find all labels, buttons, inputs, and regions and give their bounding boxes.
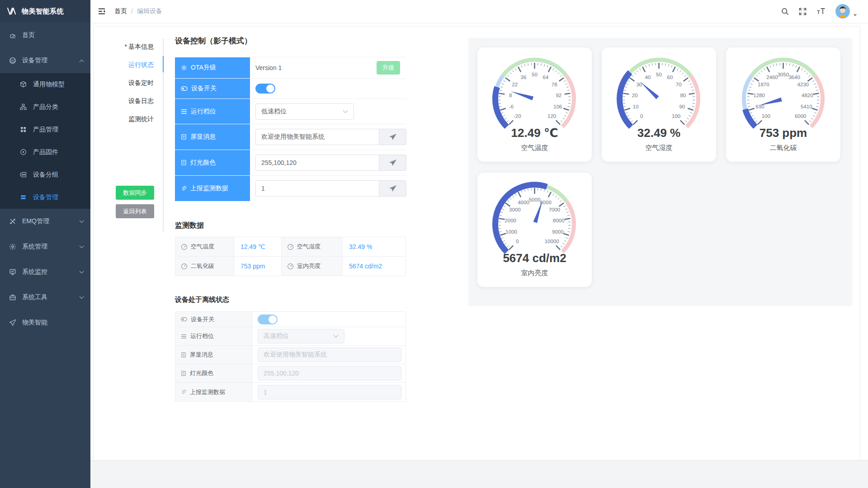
control-value: 低速档位 xyxy=(250,99,406,124)
sidebar-item-label: 设备管理 xyxy=(22,56,47,65)
breadcrumb-separator: / xyxy=(131,8,133,15)
offline-row-gear: 运行档位 高速档位 xyxy=(175,327,406,346)
monitor-value: 32.49 % xyxy=(343,237,406,257)
svg-text:70: 70 xyxy=(676,82,682,87)
tab-device-log[interactable]: 设备日志 xyxy=(94,92,163,110)
send-color-button[interactable] xyxy=(379,155,406,171)
offline-value xyxy=(252,364,406,382)
svg-text:60: 60 xyxy=(667,75,673,80)
offline-message-input xyxy=(258,347,401,362)
tab-device-timer[interactable]: 设备定时 xyxy=(94,74,163,92)
sidebar-item-device-mgmt[interactable]: 设备管理 xyxy=(0,48,90,73)
gauge-value: 32.49 % xyxy=(602,126,716,140)
doc-icon xyxy=(181,371,186,376)
offline-section-title: 设备处于离线状态 xyxy=(175,296,229,304)
run-gear-select[interactable]: 低速档位 xyxy=(255,103,354,120)
monitor-label: 室内亮度 xyxy=(282,257,343,276)
sidebar-item-thing-model[interactable]: 通用物模型 xyxy=(0,73,90,96)
sidebar-item-label: 设备分组 xyxy=(33,171,58,179)
control-row-ota: OTA升级 Version 1 升级 xyxy=(175,57,406,79)
device-list-icon xyxy=(20,194,27,201)
gauge-mini-icon xyxy=(287,263,294,270)
svg-text:9000: 9000 xyxy=(552,229,564,235)
offline-report-input xyxy=(258,385,401,399)
svg-text:1870: 1870 xyxy=(758,82,769,87)
offline-value xyxy=(252,312,406,327)
sidebar-item-label: 物美智能 xyxy=(22,319,47,327)
sidebar-item-system-tools[interactable]: 系统工具 xyxy=(0,285,90,310)
breadcrumb-home[interactable]: 首页 xyxy=(114,7,127,15)
svg-text:3000: 3000 xyxy=(509,207,521,212)
sidebar-item-home[interactable]: 首页 xyxy=(0,23,90,48)
send-report-button[interactable] xyxy=(379,180,406,197)
chevron-down-icon xyxy=(79,296,84,299)
page-footer-area xyxy=(90,460,868,488)
svg-text:2460: 2460 xyxy=(766,75,778,80)
screen-message-input[interactable] xyxy=(255,129,379,145)
gear-icon xyxy=(9,243,16,250)
sidebar-item-label: EMQ管理 xyxy=(22,217,49,225)
svg-text:4230: 4230 xyxy=(797,82,809,87)
chevron-down-icon xyxy=(343,110,348,113)
sidebar-item-product-category[interactable]: 产品分类 xyxy=(0,96,90,118)
tab-running-status[interactable]: 运行状态 xyxy=(94,56,163,74)
svg-text:50: 50 xyxy=(532,72,538,77)
svg-text:-6: -6 xyxy=(509,104,514,109)
chevron-down-icon xyxy=(79,220,84,223)
sidebar-item-product-mgmt[interactable]: 产品管理 xyxy=(0,118,90,141)
report-data-input[interactable] xyxy=(255,180,379,197)
doc-icon xyxy=(181,160,187,166)
gauge-card-indoor-brightness: 0100020003000400050006000700080009000100… xyxy=(477,173,592,287)
font-size-icon[interactable] xyxy=(816,8,826,15)
svg-text:50: 50 xyxy=(656,72,662,77)
offline-label: 屏显消息 xyxy=(175,346,252,364)
offline-label: 灯光颜色 xyxy=(175,364,252,382)
avatar xyxy=(835,4,850,19)
control-label: 设备开关 xyxy=(175,79,250,99)
monitor-label: 二氧化碳 xyxy=(175,257,234,276)
chevron-down-icon xyxy=(79,245,84,249)
offline-label: 上报监测数据 xyxy=(175,383,252,401)
paperclip-icon xyxy=(181,389,186,395)
sidebar-item-product-firmware[interactable]: 产品固件 xyxy=(0,141,90,164)
send-icon xyxy=(389,133,397,141)
sidebar-item-system-mgmt[interactable]: 系统管理 xyxy=(0,234,90,259)
send-message-button[interactable] xyxy=(379,129,406,145)
upgrade-button[interactable]: 升级 xyxy=(377,61,400,75)
svg-text:100: 100 xyxy=(672,113,680,119)
user-menu[interactable] xyxy=(835,4,857,19)
sidebar-item-system-monitor[interactable]: 系统监控 xyxy=(0,259,90,285)
sidebar-item-wumei[interactable]: 物美智能 xyxy=(0,310,90,335)
sidebar-item-emq[interactable]: EMQ管理 xyxy=(0,209,90,234)
offline-switch-toggle xyxy=(258,314,278,324)
control-value xyxy=(250,176,406,201)
fullscreen-icon[interactable] xyxy=(799,8,807,15)
search-icon[interactable] xyxy=(781,8,789,15)
back-to-list-button[interactable]: 返回列表 xyxy=(116,204,154,218)
control-label: 灯光颜色 xyxy=(175,150,250,176)
app-root: 物美智能系统 首页 设备管理 通用物模型 产品分类 产品管理 产品固件 xyxy=(0,0,868,488)
tab-monitor-stats[interactable]: 监测统计 xyxy=(94,110,163,128)
svg-text:80: 80 xyxy=(680,93,686,98)
gauge-title: 二氧化碳 xyxy=(726,144,840,152)
svg-text:92: 92 xyxy=(556,93,561,98)
app-logo[interactable]: 物美智能系统 xyxy=(0,0,90,23)
sidebar-fold-button[interactable] xyxy=(98,8,105,15)
sidebar-item-device-list[interactable]: 设备管理 xyxy=(0,186,90,209)
light-color-input[interactable] xyxy=(255,155,379,171)
device-switch-toggle[interactable] xyxy=(255,84,275,94)
breadcrumb-current: 编辑设备 xyxy=(137,7,162,15)
gauge-title: 室内亮度 xyxy=(477,269,592,277)
tab-basic-info[interactable]: *基本信息 xyxy=(94,38,163,56)
sidebar-item-device-group[interactable]: 设备分组 xyxy=(0,164,90,186)
data-sync-button[interactable]: 数据同步 xyxy=(116,186,154,200)
svg-text:90: 90 xyxy=(679,104,685,109)
gauge-panel: -20-68223650647892106120 12.49 ℃ 空气温度 01… xyxy=(468,38,852,306)
lines-icon xyxy=(181,334,187,339)
control-label: OTA升级 xyxy=(175,57,250,79)
svg-text:20: 20 xyxy=(632,93,638,98)
offline-gear-select: 高速档位 xyxy=(258,329,344,343)
ota-gear-icon xyxy=(181,65,187,71)
gauge-mini-icon xyxy=(181,263,188,270)
paper-plane-icon xyxy=(9,319,16,326)
